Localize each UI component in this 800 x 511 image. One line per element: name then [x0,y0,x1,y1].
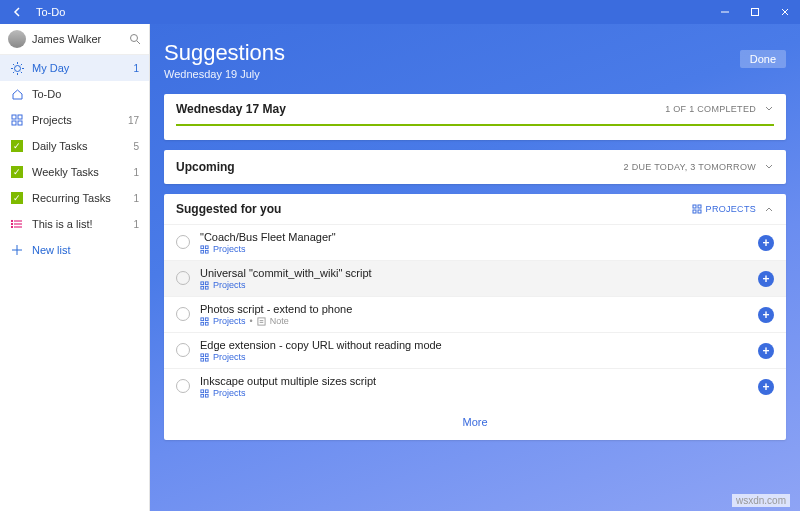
hero: Suggestions Wednesday 19 July Done [164,40,786,80]
card-header[interactable]: Suggested for you PROJECTS [164,194,786,224]
task-complete-circle[interactable] [176,343,190,357]
sidebar-item-custom-list[interactable]: This is a list! 1 [0,211,149,237]
task-row[interactable]: Photos script - extend to phone Projects… [164,296,786,332]
task-row[interactable]: Edge extension - copy URL without readin… [164,332,786,368]
sidebar-item-recurring-tasks[interactable]: Recurring Tasks 1 [0,185,149,211]
svg-rect-41 [258,317,265,324]
svg-rect-15 [12,121,16,125]
add-to-day-button[interactable]: + [758,271,774,287]
task-complete-circle[interactable] [176,307,190,321]
task-list-name: Projects [213,280,246,290]
sidebar-item-label: This is a list! [32,218,125,230]
sidebar-item-my-day[interactable]: My Day 1 [0,55,149,81]
svg-point-20 [11,220,12,221]
new-list-label: New list [32,244,139,256]
svg-rect-50 [201,394,204,397]
profile-name: James Walker [32,33,123,45]
done-button[interactable]: Done [740,50,786,68]
grid-icon [200,353,209,362]
plus-icon [10,243,24,257]
svg-rect-27 [693,210,696,213]
profile-row[interactable]: James Walker [0,24,149,55]
minimize-icon [720,7,730,17]
sidebar-item-count: 1 [133,167,139,178]
svg-rect-45 [205,353,208,356]
new-list-button[interactable]: New list [0,237,149,263]
grid-icon [200,281,209,290]
card-header[interactable]: Upcoming 2 DUE TODAY, 3 TOMORROW [164,150,786,184]
checkbox-icon [10,191,24,205]
svg-rect-29 [201,245,204,248]
maximize-button[interactable] [740,0,770,24]
card-header[interactable]: Wednesday 17 May 1 OF 1 COMPLETED [164,94,786,124]
sidebar-item-label: Recurring Tasks [32,192,125,204]
arrow-left-icon [12,6,24,18]
sidebar-item-projects[interactable]: Projects 17 [0,107,149,133]
grid-icon [200,245,209,254]
svg-line-12 [13,71,14,72]
svg-rect-13 [12,115,16,119]
svg-point-2 [131,35,138,42]
task-title: Edge extension - copy URL without readin… [200,339,758,351]
sidebar-item-count: 17 [128,115,139,126]
svg-line-9 [13,64,14,65]
task-row[interactable]: Universal "commit_with_wiki" script Proj… [164,260,786,296]
task-row[interactable]: "Coach/Bus Fleet Manager" Projects + [164,224,786,260]
checkbox-icon [10,139,24,153]
card-suggested: Suggested for you PROJECTS "Coach/Bus Fl… [164,194,786,440]
titlebar: To-Do [0,0,800,24]
sidebar-item-count: 5 [133,141,139,152]
add-to-day-button[interactable]: + [758,343,774,359]
task-list-name: Projects [213,316,246,326]
sidebar-item-daily-tasks[interactable]: Daily Tasks 5 [0,133,149,159]
svg-rect-14 [18,115,22,119]
grid-icon [692,204,702,214]
task-title: "Coach/Bus Fleet Manager" [200,231,758,243]
svg-rect-30 [205,245,208,248]
task-title: Photos script - extend to phone [200,303,758,315]
source-badge[interactable]: PROJECTS [692,204,756,214]
watermark: wsxdn.com [732,494,790,507]
more-row: More [164,404,786,440]
card-upcoming[interactable]: Upcoming 2 DUE TODAY, 3 TOMORROW [164,150,786,184]
task-title: Universal "commit_with_wiki" script [200,267,758,279]
card-title: Upcoming [176,160,624,174]
task-complete-circle[interactable] [176,271,190,285]
task-list-name: Projects [213,244,246,254]
chevron-up-icon [764,204,774,214]
add-to-day-button[interactable]: + [758,235,774,251]
sidebar-item-count: 1 [133,193,139,204]
chevron-down-icon [764,104,774,114]
task-complete-circle[interactable] [176,379,190,393]
more-link[interactable]: More [462,416,487,428]
sidebar-item-todo[interactable]: To-Do [0,81,149,107]
task-complete-circle[interactable] [176,235,190,249]
svg-rect-44 [201,353,204,356]
main-pane: Suggestions Wednesday 19 July Done Wedne… [150,24,800,511]
checkbox-icon [10,165,24,179]
svg-point-21 [11,223,12,224]
home-icon [10,87,24,101]
svg-line-3 [137,41,140,44]
add-to-day-button[interactable]: + [758,307,774,323]
svg-line-10 [20,71,21,72]
svg-rect-36 [205,286,208,289]
task-title: Inkscape output multiple sizes script [200,375,758,387]
task-row[interactable]: Inkscape output multiple sizes script Pr… [164,368,786,404]
grid-icon [10,113,24,127]
sidebar-item-weekly-tasks[interactable]: Weekly Tasks 1 [0,159,149,185]
search-icon[interactable] [129,33,141,45]
sidebar-item-count: 1 [133,63,139,74]
add-to-day-button[interactable]: + [758,379,774,395]
close-button[interactable] [770,0,800,24]
svg-rect-35 [201,286,204,289]
card-title: Wednesday 17 May [176,102,665,116]
card-past-day[interactable]: Wednesday 17 May 1 OF 1 COMPLETED [164,94,786,140]
minimize-button[interactable] [710,0,740,24]
sidebar: James Walker My Day 1 To-Do Projects 17 [0,24,150,511]
avatar [8,30,26,48]
card-meta: 1 OF 1 COMPLETED [665,104,756,114]
task-note-label: Note [270,316,289,326]
back-button[interactable] [8,6,28,18]
svg-point-4 [14,65,20,71]
